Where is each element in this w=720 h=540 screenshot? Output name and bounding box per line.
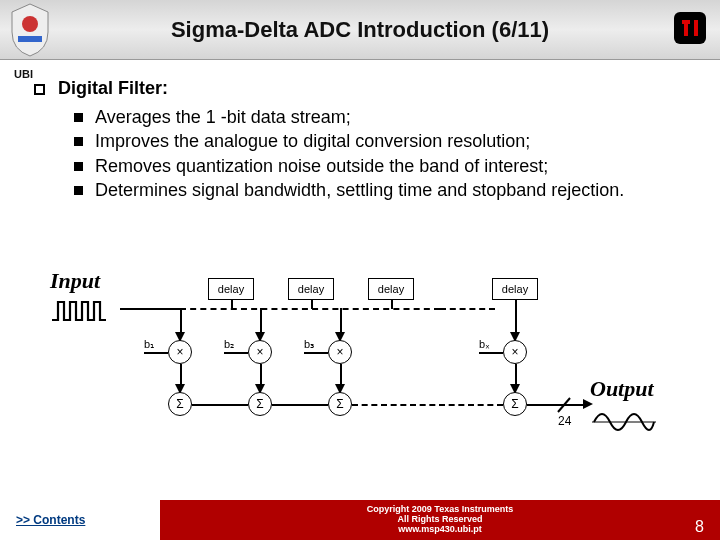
- coeff-label: b₁: [144, 338, 154, 351]
- bullet-icon: [74, 162, 83, 171]
- item-text: Determines signal bandwidth, settling ti…: [95, 178, 624, 202]
- wire: [120, 308, 180, 310]
- slide-header: Sigma-Delta ADC Introduction (6/11): [0, 0, 720, 60]
- output-wave-icon: [592, 404, 656, 440]
- section-heading: Digital Filter:: [34, 78, 696, 99]
- summer: Σ: [168, 392, 192, 416]
- heading-text: Digital Filter:: [58, 78, 168, 98]
- svg-point-0: [22, 16, 38, 32]
- bus-width: 24: [558, 414, 571, 428]
- bullet-icon: [74, 137, 83, 146]
- bullet-icon: [74, 113, 83, 122]
- wire-dashed: [352, 404, 503, 406]
- item-text: Averages the 1 -bit data stream;: [95, 105, 351, 129]
- list-item: Averages the 1 -bit data stream;: [74, 105, 696, 129]
- delay-box: delay: [368, 278, 414, 300]
- slide-content: Digital Filter: Averages the 1 -bit data…: [0, 60, 720, 202]
- wire-dashed: [180, 308, 440, 310]
- multiplier: ×: [248, 340, 272, 364]
- copyright-bar: Copyright 2009 Texas Instruments All Rig…: [160, 500, 720, 540]
- contents-link[interactable]: >> Contents: [0, 500, 160, 540]
- slide-footer: >> Contents Copyright 2009 Texas Instrum…: [0, 500, 720, 540]
- multiplier: ×: [503, 340, 527, 364]
- item-text: Removes quantization noise outside the b…: [95, 154, 548, 178]
- slide-title: Sigma-Delta ADC Introduction (6/11): [0, 17, 720, 43]
- svg-rect-2: [674, 12, 706, 44]
- multiplier: ×: [328, 340, 352, 364]
- pulse-train-icon: [50, 296, 120, 324]
- bullet-list: Averages the 1 -bit data stream; Improve…: [74, 105, 696, 202]
- list-item: Improves the analogue to digital convers…: [74, 129, 696, 153]
- output-label: Output: [590, 376, 654, 402]
- coeff-label: b₃: [304, 338, 314, 351]
- delay-box: delay: [492, 278, 538, 300]
- url-text: www.msp430.ubi.pt: [398, 525, 482, 535]
- wire: [224, 352, 248, 354]
- wire: [311, 300, 313, 309]
- bullet-icon: [74, 186, 83, 195]
- delay-box: delay: [288, 278, 334, 300]
- wire: [479, 352, 503, 354]
- ti-logo: [668, 6, 712, 50]
- item-text: Improves the analogue to digital convers…: [95, 129, 530, 153]
- wire: [272, 404, 328, 406]
- wire: [144, 352, 168, 354]
- list-item: Determines signal bandwidth, settling ti…: [74, 178, 696, 202]
- list-item: Removes quantization noise outside the b…: [74, 154, 696, 178]
- delay-box: delay: [208, 278, 254, 300]
- summer: Σ: [248, 392, 272, 416]
- summer: Σ: [328, 392, 352, 416]
- ubi-logo: [6, 2, 54, 58]
- svg-line-3: [558, 398, 570, 412]
- wire: [192, 404, 248, 406]
- ubi-label: UBI: [14, 68, 33, 80]
- wire: [391, 300, 393, 309]
- coeff-label: b₂: [224, 338, 234, 351]
- coeff-label: bₓ: [479, 338, 490, 351]
- wire: [304, 352, 328, 354]
- multiplier: ×: [168, 340, 192, 364]
- page-number: 8: [695, 518, 704, 536]
- wire-dashed: [440, 308, 495, 310]
- hollow-bullet-icon: [34, 84, 45, 95]
- wire: [231, 300, 233, 309]
- bus-slash-icon: [556, 396, 572, 414]
- input-label: Input: [50, 268, 100, 294]
- svg-rect-1: [18, 36, 42, 42]
- filter-diagram: Input delay delay delay delay × × × × b₁…: [60, 270, 660, 450]
- summer: Σ: [503, 392, 527, 416]
